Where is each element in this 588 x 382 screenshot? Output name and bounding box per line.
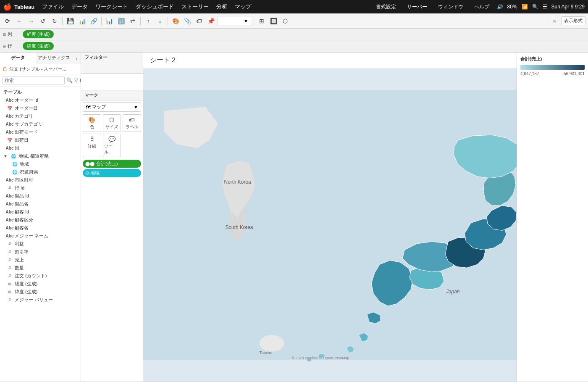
marks-detail-button[interactable]: ⠿ 詳細	[83, 134, 101, 157]
canvas-wrapper: シート２	[143, 53, 588, 382]
tab-analytics[interactable]: アナリティクス	[36, 53, 72, 64]
legend-max-value: 56,901,301	[564, 71, 585, 76]
search-input[interactable]	[3, 76, 65, 84]
field-customer-segment[interactable]: Abc 顧客区分	[0, 216, 81, 224]
apple-menu-icon[interactable]: 🍎	[3, 3, 12, 11]
connect-button[interactable]: 🔗	[89, 16, 99, 26]
marks-label-button[interactable]: 🏷 ラベル	[123, 114, 141, 132]
marks-sales-pill[interactable]: ⬤⬤ 合計(売上)	[83, 160, 141, 168]
map-container[interactable]: North Korea South Korea Japan Taiwan © 2…	[143, 68, 517, 382]
field-row-id[interactable]: # 行 Id	[0, 184, 81, 192]
field-customer-id[interactable]: Abc 顧客 Id	[0, 208, 81, 216]
globe-icon: 🌐	[12, 169, 18, 175]
canvas-legend-row: シート２	[143, 53, 588, 382]
abc-icon-10: Abc	[7, 217, 13, 223]
color-format-button[interactable]: 🎨	[171, 16, 181, 26]
abc-icon-6: Abc	[7, 177, 13, 183]
menu-data[interactable]: データ	[68, 2, 91, 11]
mark-type-dropdown[interactable]: ▼	[218, 16, 251, 26]
menu-story[interactable]: ストーリー	[178, 2, 212, 11]
field-product-name[interactable]: Abc 製品名	[0, 200, 81, 208]
field-country[interactable]: Abc 国	[0, 144, 81, 152]
field-geo-parent[interactable]: ▼ 🌐 地域, 都道府県	[0, 152, 81, 160]
tab-data[interactable]: データ	[0, 53, 36, 64]
search-menu-icon[interactable]: 🔍	[532, 4, 538, 10]
size-icon: ⬡	[109, 116, 114, 123]
columns-label: 列	[8, 31, 12, 37]
field-measure-name[interactable]: Abc メジャー ネーム	[0, 232, 81, 240]
abc-icon-8: Abc	[7, 201, 13, 207]
field-sales[interactable]: # 売上	[0, 256, 81, 264]
filter-icon[interactable]: ▽	[74, 77, 78, 83]
field-city[interactable]: Abc 市区町村	[0, 176, 81, 184]
search-icon[interactable]: 🔍	[66, 77, 73, 83]
field-longitude[interactable]: ⊕ 経度 (生成)	[0, 280, 81, 288]
menu-map[interactable]: マップ	[231, 2, 255, 11]
pin-button[interactable]: 📌	[206, 16, 216, 26]
sort-desc-button[interactable]: ↓	[155, 16, 165, 26]
refresh-button[interactable]: ⟳	[3, 16, 13, 26]
control-center-icon[interactable]: ☰	[543, 4, 547, 10]
marks-type-dropdown[interactable]: 🗺 マップ ▼	[83, 102, 141, 112]
field-latitude[interactable]: ⊕ 緯度 (生成)	[0, 288, 81, 296]
field-ship-date[interactable]: 📅 出荷日	[0, 136, 81, 144]
field-profit[interactable]: # 利益	[0, 240, 81, 248]
middle-panel: フィルター マーク 🗺 マップ ▼ 🎨 色 ⬡ サイズ	[81, 53, 143, 382]
region-icon: ⊞	[85, 171, 89, 175]
field-region[interactable]: 🌐 地域	[0, 160, 81, 168]
display-format-label[interactable]: 表示形式	[561, 16, 585, 25]
field-category[interactable]: Abc カテゴリ	[0, 112, 81, 120]
fix-button[interactable]: 🔲	[268, 16, 278, 26]
menu-analysis[interactable]: 分析	[213, 2, 231, 11]
undo-button[interactable]: ↺	[38, 16, 48, 26]
save-button[interactable]: 💾	[65, 16, 75, 26]
redo-button[interactable]: ↻	[50, 16, 60, 26]
abc-icon-3: Abc	[7, 121, 13, 127]
field-order-date[interactable]: 📅 オーダー日	[0, 104, 81, 112]
marks-tooltip-button[interactable]: 💬 ツール...	[103, 134, 121, 157]
panel-collapse-button[interactable]: ‹	[72, 53, 81, 64]
marks-size-button[interactable]: ⬡ サイズ	[103, 114, 121, 132]
share-button[interactable]: ⬡	[280, 16, 290, 26]
back-button[interactable]: ←	[14, 16, 24, 26]
field-customer-name[interactable]: Abc 顧客名	[0, 224, 81, 232]
bar-chart-button[interactable]: 📊	[104, 16, 114, 26]
field-ship-mode[interactable]: Abc 出荷モード	[0, 128, 81, 136]
field-discount[interactable]: # 割引率	[0, 248, 81, 256]
new-datasource-button[interactable]: 📊	[77, 16, 87, 26]
show-me-button[interactable]: 🔢	[116, 16, 126, 26]
field-prefecture[interactable]: 🌐 都道府県	[0, 168, 81, 176]
menu-worksheet[interactable]: ワークシート	[92, 2, 131, 11]
field-product-id[interactable]: Abc 製品 Id	[0, 192, 81, 200]
label-button[interactable]: 🏷	[194, 16, 204, 26]
swap-button[interactable]: ⇄	[128, 16, 138, 26]
field-order-count[interactable]: # 注文 (カウント)	[0, 272, 81, 280]
field-order-id[interactable]: Abc オーダー Id	[0, 96, 81, 104]
rows-icon: ≡	[3, 43, 6, 50]
forward-button[interactable]: →	[26, 16, 36, 26]
fit-button[interactable]: ⊞	[257, 16, 267, 26]
field-quantity[interactable]: # 数量	[0, 264, 81, 272]
field-subcategory[interactable]: Abc サブカテゴリ	[0, 120, 81, 128]
geo-measure-icon-2: ⊕	[7, 289, 13, 295]
datasource-label: 🗒 注文 (サンプル - スーパー...	[0, 64, 81, 74]
menu-server[interactable]: サーバー	[404, 3, 430, 11]
menu-file[interactable]: ファイル	[39, 2, 67, 11]
format-pane-button[interactable]: ≡	[549, 16, 559, 26]
menu-dashboard[interactable]: ダッシュボード	[132, 2, 177, 11]
marks-color-button[interactable]: 🎨 色	[83, 114, 101, 132]
attach-button[interactable]: 📎	[182, 16, 192, 26]
menu-help[interactable]: ヘルプ	[471, 3, 493, 11]
geo-icon: 🌐	[12, 161, 18, 167]
sort-asc-button[interactable]: ↑	[143, 16, 153, 26]
columns-pill-longitude[interactable]: 経度 (生成)	[23, 30, 54, 38]
color-dot-icon: ⬤⬤	[85, 161, 94, 166]
field-measure-value[interactable]: # メジャー バリュー	[0, 296, 81, 304]
table-section-label: テーブル	[0, 88, 81, 96]
menu-window[interactable]: ウィンドウ	[435, 3, 467, 11]
marks-region-pill[interactable]: ⊞ 地域	[83, 169, 141, 177]
rows-pill-latitude[interactable]: 緯度 (生成)	[23, 42, 54, 50]
menu-format[interactable]: 書式設定	[373, 3, 399, 11]
marks-type-icon: 🗺	[86, 105, 90, 110]
color-palette-icon: 🎨	[88, 116, 95, 123]
